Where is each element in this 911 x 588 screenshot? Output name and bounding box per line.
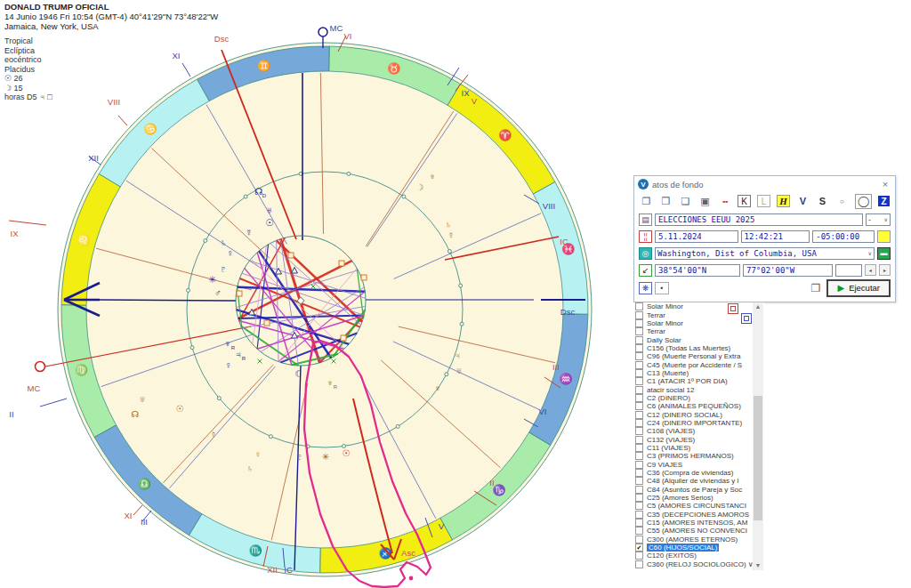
list-item[interactable]: C120 (EXITOS) (633, 552, 764, 560)
list-item[interactable]: Solar Minor (633, 302, 764, 310)
checkbox[interactable] (635, 552, 643, 560)
list-item[interactable]: C12 (DINERO SOCIAL) (633, 410, 764, 418)
letter-v-icon[interactable]: V (796, 195, 810, 207)
list-item[interactable]: C24 (DINERO IMPORTANTE) (633, 419, 764, 427)
checkbox[interactable] (635, 444, 643, 452)
checkbox[interactable] (635, 560, 643, 568)
mini-blue-window-icon[interactable] (741, 313, 752, 324)
checkbox[interactable]: ✔ (635, 544, 643, 552)
time-input[interactable]: 12:42:21 (741, 230, 810, 243)
event-name-dropdown[interactable]: - ∨ (866, 213, 891, 226)
letter-s-icon[interactable]: S (816, 195, 829, 207)
checkbox[interactable] (635, 469, 643, 477)
checkbox[interactable] (635, 419, 643, 427)
checkbox[interactable] (635, 486, 643, 494)
longitude-input[interactable]: 77°02'00"W (743, 264, 833, 277)
list-item[interactable]: C13 (Muerte) (633, 369, 764, 377)
utc-offset-input[interactable]: -05:00:00 (812, 230, 875, 243)
checkbox[interactable] (635, 386, 643, 394)
checkbox[interactable] (635, 452, 643, 460)
checkbox[interactable] (635, 336, 643, 344)
checkbox[interactable] (635, 311, 643, 319)
small-circle-icon[interactable]: ○ (835, 195, 849, 207)
list-item[interactable]: C1 (ATACIR 1º POR DIA) (633, 377, 764, 385)
list-item[interactable]: C132 (VIAJES) (633, 436, 764, 444)
list-item[interactable]: C11 (VIAJES) (633, 444, 764, 452)
checkbox[interactable] (635, 344, 643, 352)
list-item[interactable]: C84 (Asuntos de Pareja y Soc (633, 486, 764, 494)
scroll-down-icon[interactable]: ▼ (753, 561, 763, 570)
location-select[interactable]: Washington, Dist of Columbia, USA ∨ (655, 247, 875, 260)
checkbox[interactable] (635, 394, 643, 402)
list-item[interactable]: C96 (Muerte Personal y Extra (633, 352, 764, 360)
list-item[interactable]: C300 (AMORES ETERNOS) (633, 536, 764, 544)
mini-red-window-icon[interactable] (728, 303, 738, 314)
list-item[interactable]: C360 (RELOJ SOCIOLOGICO) ∨ (633, 560, 764, 568)
altitude-input[interactable] (835, 264, 862, 277)
paste-icon[interactable]: ❒ (659, 195, 673, 207)
checkbox[interactable] (635, 427, 643, 435)
list-item[interactable]: C15 (AMORES INTENSOS, AM (633, 519, 764, 527)
list-item[interactable]: C25 (Amores Serios) (633, 494, 764, 502)
copy-icon[interactable]: ❐ (640, 195, 653, 207)
list-item[interactable]: C48 (Alquiler de viviendas y l (633, 477, 764, 485)
next-arrow-button[interactable]: ▸ (879, 264, 891, 276)
save-icon[interactable]: ▣ (698, 195, 712, 207)
dialog-titlebar[interactable]: V atos de fondo × (634, 176, 895, 192)
z-icon[interactable]: Z (878, 196, 890, 206)
atlas-button[interactable]: ▬ (877, 247, 891, 260)
checkbox[interactable] (635, 461, 643, 469)
list-item[interactable]: C9 VIAJES (633, 461, 764, 469)
checkbox[interactable] (635, 494, 643, 502)
checkbox[interactable] (635, 327, 643, 335)
list-item[interactable]: C108 (VIAJES) (633, 427, 764, 435)
letter-l-icon[interactable]: L (757, 195, 770, 207)
prev-arrow-button[interactable]: ◂ (865, 264, 876, 276)
checkbox[interactable] (635, 319, 643, 327)
checkbox[interactable] (635, 527, 643, 535)
list-item[interactable]: C45 (Muerte por Accidente / S (633, 360, 764, 368)
list-item[interactable]: atacir social 12 (633, 385, 764, 393)
copy-result-icon[interactable]: ❐ (809, 282, 822, 294)
list-item[interactable]: C5 (AMORES CIRCUNSTANCI (633, 502, 764, 510)
checkbox[interactable] (635, 402, 643, 410)
checkbox[interactable] (635, 477, 643, 485)
list-item[interactable]: C55 (AMORES NO CONVENCI (633, 527, 764, 535)
checkbox[interactable] (635, 536, 643, 544)
scroll-up-icon[interactable]: ▲ (753, 302, 763, 311)
list-item[interactable]: C35 (DECEPCIONES AMOROS (633, 511, 764, 519)
new-doc-icon[interactable]: ❏ (679, 195, 692, 207)
list-item[interactable]: C156 (Todas Las Muertes) (633, 344, 764, 352)
large-circle-icon[interactable]: ◯ (855, 194, 872, 209)
color-swatch[interactable] (877, 230, 891, 243)
checkbox[interactable] (635, 369, 643, 377)
checkbox[interactable] (635, 377, 643, 385)
red-marks-icon[interactable]: ╍ (718, 195, 731, 207)
letter-k-icon[interactable]: K (738, 195, 751, 207)
checkbox[interactable] (635, 352, 643, 360)
date-input[interactable]: 5.11.2024 (655, 230, 738, 243)
list-item-label: C1 (ATACIR 1º POR DIA) (647, 377, 728, 385)
list-item[interactable]: Daily Solar (633, 335, 764, 343)
list-item[interactable]: Terrar (633, 327, 764, 335)
checkbox[interactable] (635, 502, 643, 510)
list-item[interactable]: ✔C60 (HIJOS/SOCIAL) (633, 544, 764, 552)
checkbox[interactable] (635, 436, 643, 444)
checkbox[interactable] (635, 361, 643, 369)
checkbox[interactable] (635, 302, 643, 310)
scrollbar-thumb[interactable] (754, 396, 762, 520)
ejecutar-button[interactable]: ▶ Ejecutar (826, 279, 891, 297)
list-scrollbar[interactable]: ▲ ▼ (753, 302, 763, 570)
list-item[interactable]: C3 (PRIMOS HERMANOS) (633, 452, 764, 460)
list-item[interactable]: C36 (Compra de viviendas) (633, 469, 764, 477)
checkbox[interactable] (635, 511, 643, 519)
list-item[interactable]: C6 (ANIMALES PEQUEÑOS) (633, 402, 764, 410)
dot-option-button[interactable]: ▪ (655, 282, 669, 294)
latitude-input[interactable]: 38°54'00"N (655, 264, 740, 277)
checkbox[interactable] (635, 519, 643, 527)
checkbox[interactable] (635, 411, 643, 419)
list-item[interactable]: C2 (DINERO) (633, 394, 764, 402)
event-name-input[interactable]: ELECCIONES EEUU 2025 (655, 213, 863, 226)
letter-h-icon[interactable]: H (777, 195, 790, 207)
close-icon[interactable]: × (879, 179, 891, 189)
